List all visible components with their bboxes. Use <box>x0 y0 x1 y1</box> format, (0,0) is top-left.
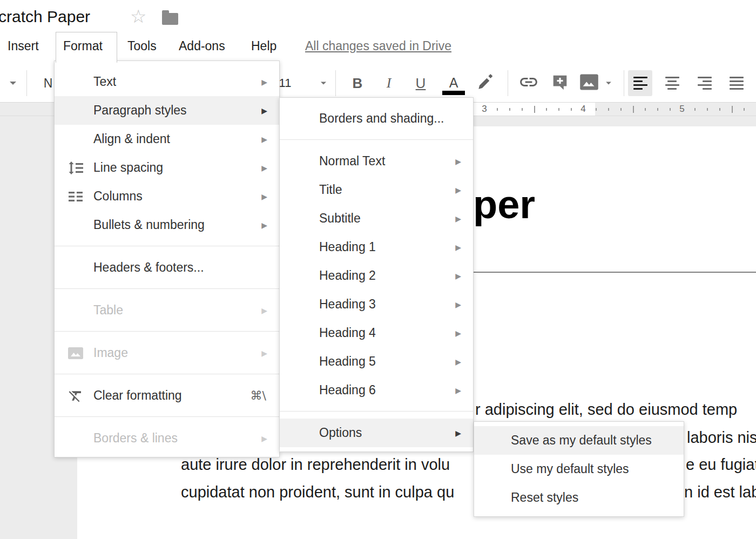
menu-item-label: Align & indent <box>93 132 170 146</box>
submenu-arrow-icon: ▶ <box>455 358 461 366</box>
menu-item-heading-2[interactable]: Heading 2▶ <box>280 261 473 290</box>
submenu-arrow-icon: ▶ <box>455 300 461 309</box>
menu-item-label: Borders & lines <box>93 431 178 446</box>
align-center-icon <box>665 76 679 91</box>
menu-item-clear-formatting[interactable]: Clear formatting⌘\ <box>55 381 279 410</box>
menu-item-label: Save as my default styles <box>511 433 652 448</box>
toolbar-separator <box>624 70 624 96</box>
add-comment-button[interactable] <box>549 70 571 96</box>
paragraph-styles-submenu: Borders and shading...Normal Text▶Title▶… <box>279 97 474 452</box>
document-text-line[interactable]: n id est lab <box>684 483 756 501</box>
ruler-tick <box>509 108 510 111</box>
document-title-text[interactable]: per <box>473 181 535 227</box>
submenu-arrow-icon: ▶ <box>261 192 267 201</box>
saved-status-link[interactable]: All changes saved in Drive <box>305 39 451 53</box>
submenu-arrow-icon: ▶ <box>261 164 267 172</box>
submenu-arrow-icon: ▶ <box>455 243 461 252</box>
menu-tools[interactable]: Tools <box>127 39 157 53</box>
align-center-button[interactable] <box>660 70 684 96</box>
chevron-down-icon <box>606 82 611 85</box>
ruler-tick <box>620 108 622 111</box>
document-text-line[interactable]: e eu fugiat <box>686 456 756 474</box>
underline-button[interactable]: U <box>410 70 431 96</box>
menu-help[interactable]: Help <box>251 39 276 53</box>
menu-separator <box>55 416 279 417</box>
insert-link-button[interactable] <box>517 70 541 96</box>
highlight-button[interactable] <box>474 70 497 96</box>
menu-item-use-my-default-styles[interactable]: Use my default styles <box>474 455 684 483</box>
star-icon[interactable]: ☆ <box>130 5 146 27</box>
menu-item-label: Heading 1 <box>319 240 376 254</box>
menu-item-normal-text[interactable]: Normal Text▶ <box>280 147 473 176</box>
ruler-tick <box>546 108 547 111</box>
submenu-arrow-icon: ▶ <box>261 135 267 144</box>
menu-item-label: Clear formatting <box>93 388 182 403</box>
document-text-line[interactable]: laboris nis <box>687 429 756 447</box>
document-text-line[interactable]: r adipiscing elit, sed do eiusmod temp <box>475 401 737 419</box>
menu-item-text[interactable]: Text▶ <box>55 68 279 96</box>
menu-item-label: Heading 3 <box>319 297 376 312</box>
submenu-arrow-icon: ▶ <box>455 429 461 437</box>
menu-insert[interactable]: Insert <box>8 39 39 53</box>
menu-item-headers-footers[interactable]: Headers & footers... <box>55 253 279 282</box>
options-submenu: Save as my default stylesUse my default … <box>474 421 684 517</box>
line-spacing-icon <box>68 161 85 175</box>
bold-button[interactable]: B <box>348 70 367 96</box>
menu-item-label: Line spacing <box>93 160 163 175</box>
italic-button[interactable]: I <box>379 70 399 96</box>
document-name[interactable]: cratch Paper <box>0 8 90 26</box>
menu-item-paragraph-styles[interactable]: Paragraph styles▶ <box>55 96 279 125</box>
menu-item-subtitle[interactable]: Subtitle▶ <box>280 204 473 233</box>
menu-item-heading-3[interactable]: Heading 3▶ <box>280 290 473 319</box>
menu-item-label: Image <box>93 346 128 360</box>
submenu-arrow-icon: ▶ <box>455 386 461 395</box>
align-justify-button[interactable] <box>724 70 748 96</box>
menu-item-bullets-numbering[interactable]: Bullets & numbering▶ <box>55 211 279 239</box>
insert-image-button[interactable] <box>577 70 602 96</box>
insert-image-dropdown[interactable] <box>603 70 615 96</box>
toolbar-separator <box>335 70 336 96</box>
toolbar-dropdown-button[interactable] <box>6 70 19 96</box>
menu-item-borders-and-shading[interactable]: Borders and shading... <box>280 104 473 133</box>
menu-add-ons[interactable]: Add-ons <box>179 39 225 53</box>
ruler-tick <box>657 108 658 111</box>
document-text-line[interactable]: cupidatat non proident, sunt in culpa qu <box>181 483 454 501</box>
align-left-icon <box>633 76 647 91</box>
menu-separator <box>55 374 279 374</box>
submenu-arrow-icon: ▶ <box>455 214 461 223</box>
menu-item-borders-lines: Borders & lines▶ <box>55 424 279 453</box>
menu-item-title[interactable]: Title▶ <box>280 176 473 204</box>
menu-item-heading-4[interactable]: Heading 4▶ <box>280 319 473 347</box>
align-right-icon <box>698 76 712 91</box>
menu-item-save-as-my-default-styles[interactable]: Save as my default styles <box>474 426 684 455</box>
ruler-number: 3 <box>482 104 487 114</box>
paragraph-style-selector[interactable]: N <box>41 70 55 96</box>
menu-item-line-spacing[interactable]: Line spacing▶ <box>55 153 279 182</box>
align-left-button[interactable] <box>628 70 652 96</box>
menu-item-options[interactable]: Options▶ <box>280 419 473 447</box>
ruler-tick <box>707 108 708 111</box>
submenu-arrow-icon: ▶ <box>261 106 267 115</box>
columns-icon <box>68 190 84 203</box>
ruler-tick <box>645 108 646 111</box>
folder-icon[interactable] <box>162 13 178 25</box>
ruler-tick <box>571 108 572 111</box>
ruler-tick <box>596 108 597 111</box>
menu-item-heading-5[interactable]: Heading 5▶ <box>280 347 473 376</box>
toolbar-separator <box>26 70 27 96</box>
menu-format[interactable]: Format <box>63 39 103 53</box>
menu-item-columns[interactable]: Columns▶ <box>55 182 279 211</box>
menu-item-label: Heading 5 <box>319 354 376 369</box>
menu-item-heading-1[interactable]: Heading 1▶ <box>280 233 473 261</box>
menu-item-align-indent[interactable]: Align & indent▶ <box>55 125 279 153</box>
submenu-arrow-icon: ▶ <box>261 349 267 358</box>
text-color-button[interactable]: A <box>442 70 465 96</box>
menu-item-heading-6[interactable]: Heading 6▶ <box>280 376 473 405</box>
font-size-dropdown[interactable] <box>318 70 329 96</box>
align-right-button[interactable] <box>692 70 717 96</box>
ruler-number: 4 <box>580 104 585 114</box>
document-text-line[interactable]: aute irure dolor in reprehenderit in vol… <box>181 456 450 474</box>
menu-item-label: Headers & footers... <box>93 260 204 275</box>
ruler-tick <box>608 108 609 111</box>
menu-item-reset-styles[interactable]: Reset styles <box>474 483 684 512</box>
